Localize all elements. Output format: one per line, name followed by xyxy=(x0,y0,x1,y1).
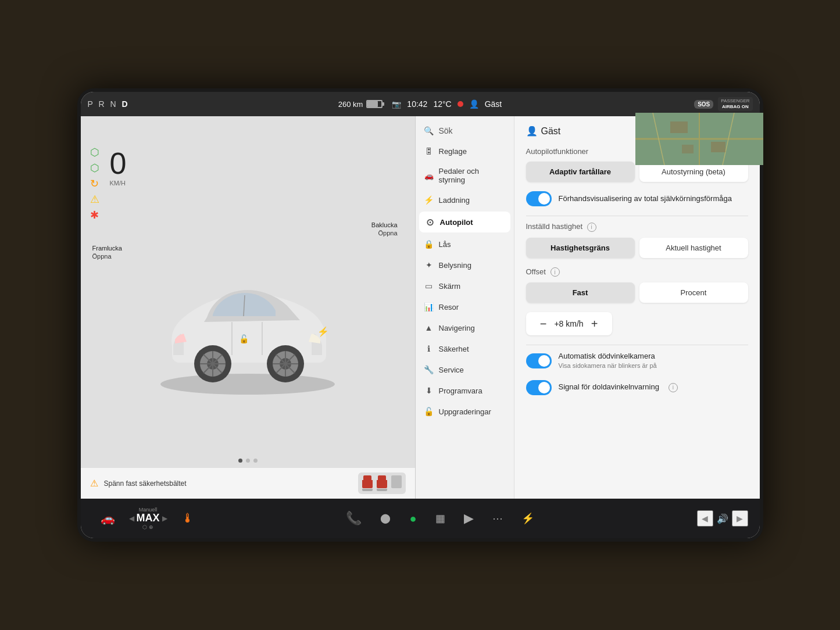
fast-button[interactable]: Fast xyxy=(526,282,635,303)
taskbar-camera-button[interactable]: ⬤ xyxy=(372,511,399,525)
navigering-icon: ▲ xyxy=(424,323,434,333)
hastighets-grans-button[interactable]: Hastighetsgräns xyxy=(526,238,635,258)
door-front-action[interactable]: Öppna xyxy=(92,253,112,260)
offset-control: − +8 km/h + xyxy=(526,312,612,335)
offset-info-icon[interactable]: i xyxy=(551,267,560,277)
procent-button[interactable]: Procent xyxy=(639,282,748,303)
browser-icon: ▦ xyxy=(435,513,445,524)
aktuell-hastighet-button[interactable]: Aktuell hastighet xyxy=(639,238,748,258)
toggle-label-2: Automatisk dödvinkelkamera xyxy=(559,351,657,361)
more-icon: ⋯ xyxy=(492,513,503,524)
menu-item-autopilot[interactable]: ⊙ Autopilot xyxy=(419,212,510,232)
taskbar-spotify-button[interactable]: ● xyxy=(401,510,424,527)
taskbar-heat-button[interactable]: 🌡 xyxy=(173,510,202,527)
airbag-line1: PASSENGER xyxy=(721,98,749,104)
climate-control: ◀ Manuell MAX ⬡ ⊕ ▶ xyxy=(123,504,173,532)
airbag-label: PASSENGER AIRBAG ON xyxy=(718,97,752,112)
hastighet-btn-group: Hastighetsgräns Aktuell hastighet xyxy=(526,238,748,258)
center-menu: 🔍 Sök 🎛 Reglage 🚗 Pedaler och styrning ⚡… xyxy=(416,116,514,499)
bluetooth-taskbar-icon: ⚡ xyxy=(521,513,534,524)
speed-value: 0 xyxy=(110,148,127,178)
toggle-label-2-container: Automatisk dödvinkelkamera Visa sidokame… xyxy=(559,351,657,371)
temp-display: 12°C xyxy=(433,99,451,109)
volume-decrease-button[interactable]: ◀ xyxy=(697,510,713,527)
toggle-3[interactable] xyxy=(526,380,552,395)
screen-inner: P R N D 260 km 📷 10:42 12°C 👤 Gäst xyxy=(81,92,760,538)
taskbar-car-button[interactable]: 🚗 xyxy=(92,510,123,527)
sos-button[interactable]: SOS xyxy=(694,100,713,109)
svg-rect-5 xyxy=(670,121,688,133)
menu-item-programvara[interactable]: ⬇ Programvara xyxy=(416,380,514,401)
offset-decrease-button[interactable]: − xyxy=(535,316,552,332)
taskbar-play-button[interactable]: ▶ xyxy=(456,510,482,527)
climate-fan-icon: ⊕ xyxy=(149,524,153,530)
navigering-label: Navigering xyxy=(439,324,475,332)
menu-item-service[interactable]: 🔧 Service xyxy=(416,359,514,380)
menu-item-pedaler[interactable]: 🚗 Pedaler och styrning xyxy=(416,162,514,189)
svg-text:⚡: ⚡ xyxy=(317,326,329,337)
menu-item-reglage[interactable]: 🎛 Reglage xyxy=(416,141,514,162)
toggle-row-3: Signal för doldavinkelnvarning i xyxy=(526,380,748,395)
car-area: Framlucka Öppna Baklucka Öppna xyxy=(81,192,415,454)
menu-item-las[interactable]: 🔒 Lås xyxy=(416,234,514,255)
airbag-line2: AIRBAG ON xyxy=(721,104,749,110)
tesla-screen: P R N D 260 km 📷 10:42 12°C 👤 Gäst xyxy=(77,88,763,542)
taskbar-browser-button[interactable]: ▦ xyxy=(427,511,453,526)
belysning-icon: ✦ xyxy=(424,260,434,270)
seat-front-right xyxy=(376,475,388,491)
svg-rect-6 xyxy=(711,142,725,152)
menu-item-sakerhet[interactable]: ℹ Säkerhet xyxy=(416,338,514,359)
user-icon: 👤 xyxy=(469,99,479,109)
climate-increase-button[interactable]: ▶ xyxy=(162,514,167,522)
service-label: Service xyxy=(439,366,464,374)
menu-item-resor[interactable]: 📊 Resor xyxy=(416,296,514,317)
menu-item-belysning[interactable]: ✦ Belysning xyxy=(416,255,514,275)
menu-item-skarm[interactable]: ▭ Skärm xyxy=(416,275,514,296)
climate-decrease-button[interactable]: ◀ xyxy=(129,514,134,522)
menu-item-search[interactable]: 🔍 Sök xyxy=(416,121,514,141)
service-icon: 🔧 xyxy=(424,364,434,375)
offset-title-text: Offset xyxy=(526,267,546,276)
menu-item-laddning[interactable]: ⚡ Laddning xyxy=(416,189,514,210)
door-back-action[interactable]: Öppna xyxy=(378,230,397,237)
taskbar-more-button[interactable]: ⋯ xyxy=(484,511,511,526)
programvara-label: Programvara xyxy=(439,386,482,395)
offset-increase-button[interactable]: + xyxy=(587,316,603,332)
skarm-icon: ▭ xyxy=(424,281,434,291)
range-display: 260 km xyxy=(338,100,383,109)
door-back-name: Baklucka xyxy=(371,221,398,228)
menu-item-navigering[interactable]: ▲ Navigering xyxy=(416,317,514,338)
menu-item-uppgraderingar[interactable]: 🔓 Uppgraderingar xyxy=(416,401,514,422)
prnd-display[interactable]: P R N D xyxy=(88,99,130,109)
taskbar-phone-button[interactable]: 📞 xyxy=(338,510,370,527)
reglage-label: Reglage xyxy=(439,147,467,156)
battery-fill xyxy=(367,101,378,107)
volume-increase-button[interactable]: ▶ xyxy=(732,510,748,527)
taskbar-bluetooth-button[interactable]: ⚡ xyxy=(513,511,542,526)
autopilot-icon: ⊙ xyxy=(425,217,435,227)
map-thumbnail[interactable] xyxy=(635,113,760,165)
door-front-name: Framlucka xyxy=(92,245,122,252)
top-bar: P R N D 260 km 📷 10:42 12°C 👤 Gäst xyxy=(81,92,760,116)
belysning-label: Belysning xyxy=(439,261,471,270)
taskbar-center: 📞 ⬤ ● ▦ ▶ ⋯ xyxy=(202,510,678,527)
volume-control: ◀ 🔊 ▶ xyxy=(697,510,748,527)
taskbar-right: ◀ 🔊 ▶ xyxy=(678,510,748,527)
toggle-1[interactable] xyxy=(526,191,552,206)
climate-seat-icon: ⬡ xyxy=(142,524,147,530)
reglage-icon: 🎛 xyxy=(424,146,434,156)
volume-icon: 🔊 xyxy=(717,513,728,524)
car-taskbar-icon: 🚗 xyxy=(101,513,115,524)
guest-name-top: Gäst xyxy=(485,99,502,109)
search-label: Sök xyxy=(439,126,453,135)
skarm-label: Skärm xyxy=(439,282,461,291)
top-bar-icons: 📷 10:42 12°C 👤 Gäst xyxy=(392,99,502,109)
las-icon: 🔒 xyxy=(424,239,434,249)
hastighet-info-icon[interactable]: i xyxy=(587,223,596,232)
guest-name-display: 👤 Gäst xyxy=(526,126,561,137)
adaptiv-button[interactable]: Adaptiv fartållare xyxy=(526,162,635,182)
toggle-sublabel-2: Visa sidokamera när blinkers är på xyxy=(559,361,657,370)
warning-icon: ⚠ xyxy=(90,478,98,489)
toggle-3-info-icon[interactable]: i xyxy=(669,383,678,392)
toggle-2[interactable] xyxy=(526,353,552,368)
